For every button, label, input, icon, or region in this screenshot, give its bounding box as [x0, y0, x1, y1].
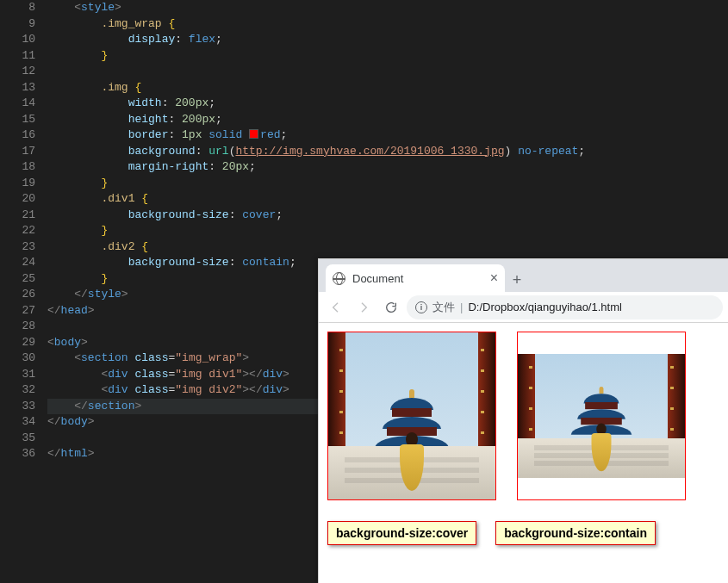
separator: |	[460, 301, 463, 313]
image-row	[327, 332, 719, 500]
addr-label: 文件	[432, 300, 455, 315]
close-icon[interactable]: ×	[490, 271, 498, 285]
browser-window: Document × + i 文件 | D:/Dropbox/qianguyih…	[318, 258, 728, 583]
globe-icon	[333, 272, 345, 285]
back-button[interactable]	[324, 295, 348, 319]
label-contain: background-size:contain	[495, 521, 656, 545]
browser-tab[interactable]: Document ×	[326, 264, 505, 292]
tab-bar: Document × +	[319, 259, 728, 292]
forward-button[interactable]	[352, 295, 376, 319]
label-cover: background-size:cover	[327, 521, 476, 545]
address-bar: i 文件 | D:/Dropbox/qianguyihao/1.html	[319, 292, 728, 323]
label-row: background-size:cover background-size:co…	[327, 521, 719, 545]
addr-path: D:/Dropbox/qianguyihao/1.html	[468, 301, 622, 313]
viewport: background-size:cover background-size:co…	[319, 323, 728, 554]
image-contain	[517, 332, 686, 500]
tab-title: Document	[352, 272, 483, 285]
image-cover	[327, 332, 496, 500]
new-tab-button[interactable]: +	[505, 268, 529, 292]
omnibox[interactable]: i 文件 | D:/Dropbox/qianguyihao/1.html	[407, 295, 723, 319]
gutter: 8910111213141516171819202122232425262728…	[0, 0, 47, 583]
info-icon: i	[415, 301, 427, 313]
reload-button[interactable]	[379, 295, 403, 319]
